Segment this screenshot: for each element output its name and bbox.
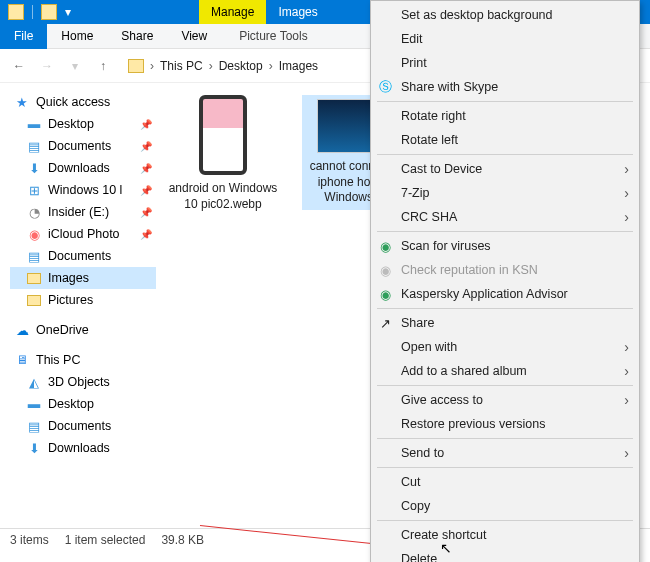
recent-locations-button[interactable]: ▾ — [66, 57, 84, 75]
breadcrumb[interactable]: This PC — [160, 59, 203, 73]
tree-item[interactable]: ⬇Downloads📌 — [10, 157, 156, 179]
ctx-restore-previous[interactable]: Restore previous versions — [371, 412, 639, 436]
ctx-rotate-left[interactable]: Rotate left — [371, 128, 639, 152]
ribbon-context-tab-manage[interactable]: Manage — [199, 0, 266, 24]
win-icon: ⊞ — [26, 182, 42, 198]
tree-item[interactable]: ▤Documents — [10, 415, 156, 437]
star-icon: ★ — [14, 94, 30, 110]
ctx-open-with[interactable]: Open with› — [371, 335, 639, 359]
tree-label: Documents — [48, 419, 111, 433]
tree-label: Documents — [48, 139, 111, 153]
pin-icon: 📌 — [140, 185, 152, 196]
context-menu: Set as desktop background Edit Print ⓈSh… — [370, 0, 640, 562]
folder-icon — [8, 4, 24, 20]
breadcrumb[interactable]: Images — [279, 59, 318, 73]
ctx-cut[interactable]: Cut — [371, 470, 639, 494]
tree-item[interactable]: ▬Desktop📌 — [10, 113, 156, 135]
down-icon: ⬇ — [26, 440, 42, 456]
file-item[interactable]: android on Windows 10 pic02.webp — [168, 95, 278, 212]
pin-icon: 📌 — [140, 163, 152, 174]
window-title: Images — [266, 0, 329, 24]
tree-quick-access[interactable]: ★ Quick access — [10, 91, 156, 113]
tree-item[interactable]: ▬Desktop — [10, 393, 156, 415]
ribbon-tab-view[interactable]: View — [167, 24, 221, 49]
tree-this-pc[interactable]: 🖥 This PC — [10, 349, 156, 371]
ctx-kaspersky-advisor[interactable]: ◉Kaspersky Application Advisor — [371, 282, 639, 306]
ctx-share-skype[interactable]: ⓈShare with Skype — [371, 75, 639, 99]
ctx-print[interactable]: Print — [371, 51, 639, 75]
chevron-right-icon: › — [624, 339, 629, 355]
chevron-right-icon: › — [624, 392, 629, 408]
chevron-right-icon: › — [624, 185, 629, 201]
ctx-crc-sha[interactable]: CRC SHA› — [371, 205, 639, 229]
pin-icon: 📌 — [140, 119, 152, 130]
desktop-icon: ▬ — [26, 396, 42, 412]
status-selected-count: 1 item selected — [65, 533, 146, 547]
doc-icon: ▤ — [26, 248, 42, 264]
ctx-share[interactable]: ↗Share — [371, 311, 639, 335]
tree-item[interactable]: ◭3D Objects — [10, 371, 156, 393]
address-bar[interactable]: › This PC › Desktop › Images — [128, 59, 318, 73]
icloud-icon: ◉ — [26, 226, 42, 242]
ctx-give-access-to[interactable]: Give access to› — [371, 388, 639, 412]
ribbon-tab-share[interactable]: Share — [107, 24, 167, 49]
tree-item[interactable]: Images — [10, 267, 156, 289]
tree-item[interactable]: ⊞Windows 10 l📌 — [10, 179, 156, 201]
folder-icon — [128, 59, 144, 73]
tree-item[interactable]: ▤Documents📌 — [10, 135, 156, 157]
ribbon-tab-home[interactable]: Home — [47, 24, 107, 49]
tree-label: OneDrive — [36, 323, 89, 337]
quick-access-toolbar: ▾ — [0, 4, 79, 20]
chevron-right-icon: › — [624, 161, 629, 177]
chevron-right-icon: › — [624, 209, 629, 225]
tree-label: Insider (E:) — [48, 205, 109, 219]
status-size: 39.8 KB — [161, 533, 204, 547]
pin-icon: 📌 — [140, 207, 152, 218]
skype-icon: Ⓢ — [377, 79, 393, 95]
ctx-copy[interactable]: Copy — [371, 494, 639, 518]
tree-label: Desktop — [48, 117, 94, 131]
ribbon-tab-picture-tools[interactable]: Picture Tools — [221, 24, 325, 49]
shield-icon: ◉ — [377, 262, 393, 278]
chevron-right-icon[interactable]: › — [148, 59, 156, 73]
forward-button[interactable]: → — [38, 57, 56, 75]
breadcrumb[interactable]: Desktop — [219, 59, 263, 73]
ctx-set-desktop-background[interactable]: Set as desktop background — [371, 3, 639, 27]
file-name: android on Windows 10 pic02.webp — [168, 181, 278, 212]
tree-label: Desktop — [48, 397, 94, 411]
folder-icon — [26, 292, 42, 308]
navigation-pane: ★ Quick access ▬Desktop📌▤Documents📌⬇Down… — [0, 83, 160, 528]
file-thumbnail — [199, 95, 247, 175]
tree-item[interactable]: Pictures — [10, 289, 156, 311]
ctx-7zip[interactable]: 7-Zip› — [371, 181, 639, 205]
ribbon-tab-file[interactable]: File — [0, 24, 47, 49]
tree-item[interactable]: ⬇Downloads — [10, 437, 156, 459]
tree-item[interactable]: ▤Documents — [10, 245, 156, 267]
chevron-right-icon[interactable]: › — [267, 59, 275, 73]
status-item-count: 3 items — [10, 533, 49, 547]
shield-icon: ◉ — [377, 286, 393, 302]
shield-icon: ◉ — [377, 238, 393, 254]
chevron-right-icon[interactable]: › — [207, 59, 215, 73]
tree-onedrive[interactable]: ☁ OneDrive — [10, 319, 156, 341]
tree-item[interactable]: ◉iCloud Photo📌 — [10, 223, 156, 245]
chevron-down-icon[interactable]: ▾ — [65, 5, 71, 19]
chevron-right-icon: › — [624, 445, 629, 461]
ctx-cast-to-device[interactable]: Cast to Device› — [371, 157, 639, 181]
ctx-delete[interactable]: Delete — [371, 547, 639, 562]
divider — [32, 5, 33, 19]
ctx-rotate-right[interactable]: Rotate right — [371, 104, 639, 128]
down-icon: ⬇ — [26, 160, 42, 176]
doc-icon: ▤ — [26, 418, 42, 434]
folder-icon — [26, 270, 42, 286]
up-button[interactable]: ↑ — [94, 57, 112, 75]
back-button[interactable]: ← — [10, 57, 28, 75]
ctx-create-shortcut[interactable]: Create shortcut — [371, 523, 639, 547]
ctx-add-shared-album[interactable]: Add to a shared album› — [371, 359, 639, 383]
tree-label: This PC — [36, 353, 80, 367]
tree-item[interactable]: ◔Insider (E:)📌 — [10, 201, 156, 223]
ctx-scan-viruses[interactable]: ◉Scan for viruses — [371, 234, 639, 258]
ctx-edit[interactable]: Edit — [371, 27, 639, 51]
ctx-send-to[interactable]: Send to› — [371, 441, 639, 465]
cloud-icon: ☁ — [14, 322, 30, 338]
